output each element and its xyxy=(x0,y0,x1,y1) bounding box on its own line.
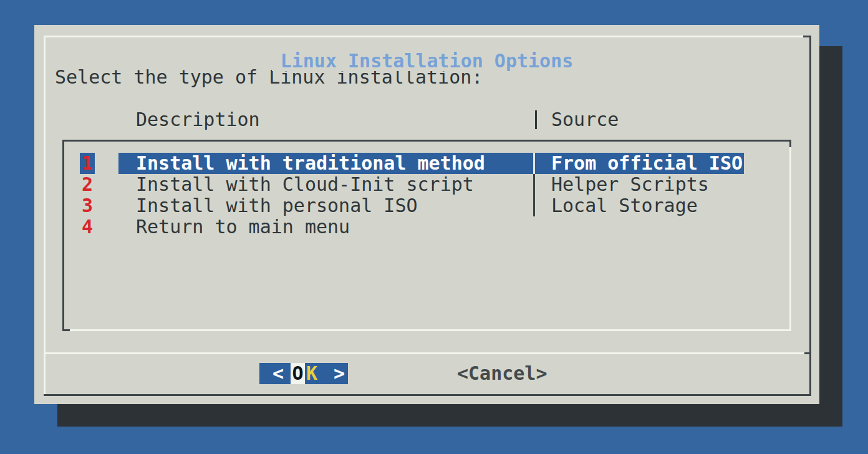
ok-button-left-bracket: < xyxy=(268,363,288,384)
menu-item-4[interactable]: 4 Return to main menu xyxy=(62,216,791,238)
button-area-separator-junction xyxy=(804,352,809,354)
menu-item-description: Install with Cloud-Init script xyxy=(136,174,474,195)
menu-item-1[interactable]: 1 Install with traditional method From o… xyxy=(62,153,791,174)
menu-item-3[interactable]: 3 Install with personal ISO Local Storag… xyxy=(62,195,791,216)
listbox-border-top-right-corner xyxy=(789,140,791,147)
dialog-window: Linux Installation Options Select the ty… xyxy=(34,25,819,404)
ok-button[interactable]: < O K > xyxy=(259,363,348,384)
menu-item-source: Local Storage xyxy=(551,195,698,216)
dialog-border-left xyxy=(44,36,46,396)
ok-button-cursor-char: O xyxy=(291,363,305,384)
menu-item-tag: 1 xyxy=(80,153,95,174)
dialog-border-bottom xyxy=(44,394,811,396)
menu-item-description: Install with personal ISO xyxy=(136,195,418,216)
menu-item-tag: 3 xyxy=(80,195,95,216)
menu-listbox: 1 Install with traditional method From o… xyxy=(62,140,791,331)
column-header-source: Source xyxy=(551,109,619,130)
ok-button-right-bracket: > xyxy=(329,363,349,384)
terminal-screen: Linux Installation Options Select the ty… xyxy=(0,0,868,454)
menu-item-tag: 2 xyxy=(80,174,95,195)
row-column-separator xyxy=(533,174,535,195)
listbox-border-top xyxy=(62,140,791,142)
button-area-separator xyxy=(45,352,804,354)
row-column-separator xyxy=(533,153,535,174)
menu-item-source: Helper Scripts xyxy=(551,174,709,195)
ok-button-hotkey-char: K xyxy=(305,363,319,384)
menu-item-2[interactable]: 2 Install with Cloud-Init script Helper … xyxy=(62,174,791,195)
menu-item-description: Return to main menu xyxy=(136,216,350,238)
dialog-title: Linux Installation Options xyxy=(272,51,582,71)
dialog-border-right xyxy=(809,36,811,396)
menu-item-description: Install with traditional method xyxy=(136,153,485,174)
dialog-border-top xyxy=(44,36,806,37)
column-header-separator xyxy=(535,110,537,129)
listbox-border-bottom xyxy=(70,329,791,331)
menu-item-tag: 4 xyxy=(80,216,95,238)
row-column-separator xyxy=(533,195,535,216)
menu-item-source: From official ISO xyxy=(551,153,743,174)
listbox-border-bottom-left-corner xyxy=(62,329,70,331)
cancel-button[interactable]: <Cancel> xyxy=(457,363,551,384)
column-header-description: Description xyxy=(136,109,260,130)
